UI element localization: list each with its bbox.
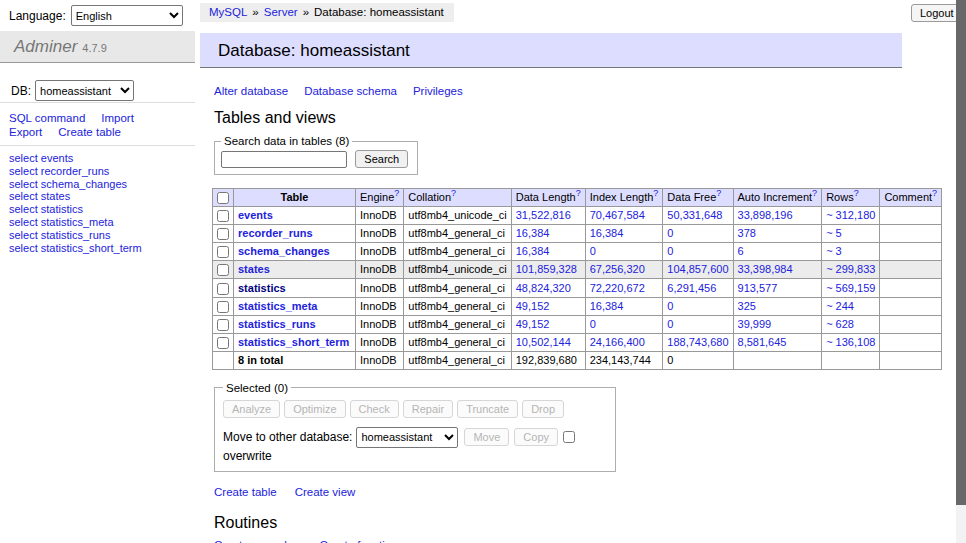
drop-button[interactable]: Drop: [522, 400, 564, 418]
auto-increment-link[interactable]: 378: [738, 227, 756, 239]
row-checkbox[interactable]: [217, 246, 229, 258]
index-length-link[interactable]: 72,220,672: [590, 282, 645, 294]
data-free-link[interactable]: 188,743,680: [667, 336, 728, 348]
sidebar-table-link[interactable]: select schema_changes: [9, 178, 195, 191]
help-link[interactable]: ?: [394, 189, 399, 199]
help-link[interactable]: ?: [932, 189, 937, 199]
database-schema-link[interactable]: Database schema: [304, 85, 397, 97]
breadcrumb-server-link[interactable]: Server: [264, 6, 298, 18]
auto-increment-link[interactable]: 39,999: [738, 318, 772, 330]
data-free-link[interactable]: 0: [667, 245, 673, 257]
move-db-select[interactable]: homeassistant: [356, 427, 458, 448]
rows-link[interactable]: ~ 5: [826, 227, 842, 239]
vertical-scrollbar[interactable]: [956, 0, 966, 543]
create-function-link[interactable]: Create function: [320, 539, 398, 543]
truncate-button[interactable]: Truncate: [457, 400, 518, 418]
rows-link[interactable]: ~ 312,180: [826, 209, 875, 221]
data-length-link[interactable]: 16,384: [516, 245, 550, 257]
rows-link[interactable]: ~ 628: [826, 318, 854, 330]
optimize-button[interactable]: Optimize: [284, 400, 345, 418]
move-button[interactable]: Move: [464, 428, 509, 446]
index-length-link[interactable]: 24,166,400: [590, 336, 645, 348]
help-link[interactable]: ?: [854, 189, 859, 199]
data-free-link[interactable]: 0: [667, 300, 673, 312]
privileges-link[interactable]: Privileges: [413, 85, 463, 97]
overwrite-checkbox[interactable]: [563, 431, 575, 443]
auto-increment-link[interactable]: 6: [738, 245, 744, 257]
row-checkbox[interactable]: [217, 319, 229, 331]
index-length-link[interactable]: 67,256,320: [590, 263, 645, 275]
auto-increment-link[interactable]: 8,581,645: [738, 336, 787, 348]
app-name[interactable]: Adminer: [14, 37, 77, 56]
logout-button[interactable]: Logout: [911, 4, 963, 22]
alter-database-link[interactable]: Alter database: [214, 85, 288, 97]
data-length-link[interactable]: 101,859,328: [516, 263, 577, 275]
table-name-link[interactable]: statistics_runs: [238, 318, 316, 330]
sidebar-link-create-table[interactable]: Create table: [58, 126, 121, 138]
language-select[interactable]: English: [71, 5, 183, 26]
table-name-link[interactable]: events: [238, 209, 273, 221]
auto-increment-link[interactable]: 325: [738, 300, 756, 312]
table-name-link[interactable]: recorder_runs: [238, 227, 313, 239]
rows-link[interactable]: ~ 244: [826, 300, 854, 312]
repair-button[interactable]: Repair: [403, 400, 453, 418]
data-free-link[interactable]: 50,331,648: [667, 209, 722, 221]
row-checkbox[interactable]: [217, 228, 229, 240]
rows-link[interactable]: ~ 569,159: [826, 282, 875, 294]
sidebar-table-link[interactable]: select states: [9, 190, 195, 203]
auto-increment-link[interactable]: 33,398,984: [738, 263, 793, 275]
check-button[interactable]: Check: [350, 400, 399, 418]
data-free-link[interactable]: 104,857,600: [667, 263, 728, 275]
table-name-link[interactable]: statistics_meta: [238, 300, 318, 312]
data-free-link[interactable]: 0: [667, 318, 673, 330]
sidebar-table-link[interactable]: select statistics_runs: [9, 229, 195, 242]
table-name-link[interactable]: states: [238, 263, 270, 275]
select-all-checkbox[interactable]: [217, 192, 229, 204]
create-view-link[interactable]: Create view: [295, 486, 356, 498]
data-free-link[interactable]: 0: [667, 227, 673, 239]
data-length-link[interactable]: 49,152: [516, 300, 550, 312]
auto-increment-link[interactable]: 33,898,196: [738, 209, 793, 221]
row-checkbox[interactable]: [217, 264, 229, 276]
help-link[interactable]: ?: [451, 189, 456, 199]
rows-link[interactable]: ~ 136,108: [826, 336, 875, 348]
copy-button[interactable]: Copy: [514, 428, 558, 446]
data-length-link[interactable]: 31,522,816: [516, 209, 571, 221]
data-length-link[interactable]: 49,152: [516, 318, 550, 330]
create-procedure-link[interactable]: Create procedure: [214, 539, 304, 543]
row-checkbox[interactable]: [217, 337, 229, 349]
rows-link[interactable]: ~ 299,833: [826, 263, 875, 275]
scrollbar-thumb[interactable]: [956, 0, 966, 505]
row-checkbox[interactable]: [217, 301, 229, 313]
help-link[interactable]: ?: [653, 189, 658, 199]
analyze-button[interactable]: Analyze: [223, 400, 280, 418]
help-link[interactable]: ?: [576, 189, 581, 199]
table-name-link[interactable]: schema_changes: [238, 245, 330, 257]
breadcrumb-mysql-link[interactable]: MySQL: [209, 6, 247, 18]
db-select[interactable]: homeassistant: [35, 80, 134, 101]
sidebar-link-export[interactable]: Export: [9, 126, 42, 138]
row-checkbox[interactable]: [217, 283, 229, 295]
create-table-link[interactable]: Create table: [214, 486, 277, 498]
index-length-link[interactable]: 70,467,584: [590, 209, 645, 221]
table-name-link[interactable]: statistics_short_term: [238, 336, 349, 348]
index-length-link[interactable]: 0: [590, 318, 596, 330]
data-length-link[interactable]: 48,824,320: [516, 282, 571, 294]
auto-increment-link[interactable]: 913,577: [738, 282, 778, 294]
table-name-link[interactable]: statistics: [238, 282, 286, 294]
sidebar-table-link[interactable]: select events: [9, 152, 195, 165]
help-link[interactable]: ?: [716, 189, 721, 199]
sidebar-table-link[interactable]: select statistics_meta: [9, 216, 195, 229]
sidebar-table-link[interactable]: select statistics: [9, 203, 195, 216]
data-free-link[interactable]: 6,291,456: [667, 282, 716, 294]
help-link[interactable]: ?: [812, 189, 817, 199]
search-button[interactable]: Search: [355, 150, 408, 168]
sidebar-table-link[interactable]: select recorder_runs: [9, 165, 195, 178]
index-length-link[interactable]: 16,384: [590, 227, 624, 239]
rows-link[interactable]: ~ 3: [826, 245, 842, 257]
search-input[interactable]: [221, 151, 347, 168]
sidebar-link-sql-command[interactable]: SQL command: [9, 112, 85, 124]
sidebar-table-link[interactable]: select statistics_short_term: [9, 242, 195, 255]
data-length-link[interactable]: 16,384: [516, 227, 550, 239]
sidebar-link-import[interactable]: Import: [101, 112, 134, 124]
